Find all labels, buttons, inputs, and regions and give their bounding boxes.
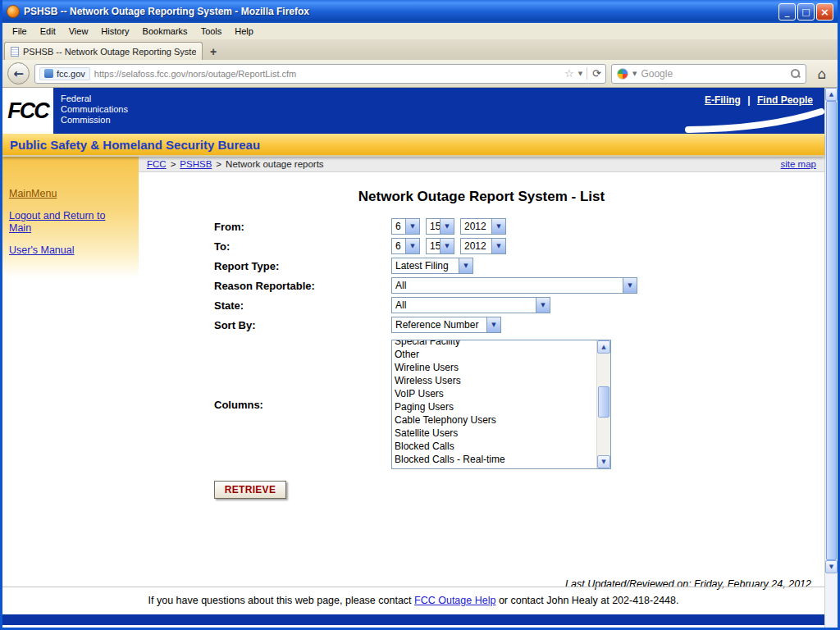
chevron-down-icon[interactable]: ▼ [440,239,454,253]
site-identity-chip[interactable]: fcc.gov [39,67,90,80]
menu-tools[interactable]: Tools [194,24,229,39]
state-select[interactable]: All ▼ [391,297,550,313]
browser-scrollbar[interactable]: ▲ ▼ [824,88,838,628]
bookmark-star-icon[interactable]: ☆ [564,67,574,80]
select-value: All [392,278,623,293]
web-page: FCC Federal Communications Commission E-… [2,88,824,628]
footer-text: If you have questions about this web pag… [148,595,415,606]
from-year-select[interactable]: 2012 ▼ [460,218,506,235]
search-box[interactable]: ▼ Google [611,64,806,84]
reason-reportable-select[interactable]: All ▼ [391,277,637,294]
fcc-outage-help-link[interactable]: FCC Outage Help [414,595,495,606]
listbox-option[interactable]: Cable Telephony Users [395,413,596,427]
google-icon [617,68,628,80]
search-icon[interactable] [790,68,801,79]
close-button[interactable]: × [816,3,833,21]
scrollbar-down-icon[interactable]: ▼ [825,560,838,573]
back-button[interactable]: ← [7,62,30,84]
sidebar-item-mainmenu[interactable]: MainMenu [9,188,129,200]
home-button[interactable]: ⌂ [811,66,833,82]
sort-by-label: Sort By: [139,319,391,331]
listbox-option[interactable]: Other [395,348,596,361]
browser-viewport: FCC Federal Communications Commission E-… [2,88,838,628]
reason-row: Reason Reportable: All ▼ [139,276,824,295]
chevron-down-icon[interactable]: ▼ [491,239,505,253]
listbox-option[interactable]: Wireless Users [395,374,596,387]
scroll-up-icon[interactable]: ▲ [597,340,610,354]
url-dropdown-icon[interactable]: ▼ [578,71,582,77]
footer-text: or contact John Healy at 202-418-2448. [495,595,678,606]
chevron-down-icon[interactable]: ▼ [440,219,454,234]
minimize-button[interactable]: _ [778,3,796,21]
chevron-down-icon[interactable]: ▼ [536,298,550,313]
sidebar-item-users-manual[interactable]: User's Manual [9,244,129,257]
to-month-select[interactable]: 6 ▼ [391,238,420,254]
select-value: Reference Number [392,317,486,332]
chevron-down-icon[interactable]: ▼ [486,317,500,332]
report-type-row: Report Type: Latest Filing ▼ [139,256,824,276]
site-identity-label: fcc.gov [57,69,85,79]
site-icon [44,69,53,78]
chevron-down-icon[interactable]: ▼ [459,258,472,273]
columns-listbox[interactable]: Special Facility Other Wireline Users Wi… [391,340,611,469]
menu-bookmarks[interactable]: Bookmarks [136,24,194,39]
to-year-select[interactable]: 2012 ▼ [460,238,506,254]
breadcrumb-pshsb[interactable]: PSHSB [180,159,212,169]
menu-edit[interactable]: Edit [34,24,62,39]
scrollbar-thumb[interactable] [826,101,837,560]
scrollbar-up-icon[interactable]: ▲ [825,88,838,101]
sort-by-select[interactable]: Reference Number ▼ [391,317,501,333]
listbox-scrollbar-thumb[interactable] [598,386,609,418]
page-footer: If you have questions about this web pag… [2,587,824,614]
find-people-link[interactable]: Find People [757,94,813,106]
chevron-down-icon[interactable]: ▼ [405,219,419,234]
site-map-link[interactable]: site map [781,159,816,169]
listbox-option[interactable]: Paging Users [395,400,596,413]
reload-icon[interactable]: ⟳ [587,67,601,80]
listbox-option[interactable]: Blocked Calls - Real-time [395,453,596,466]
org-line: Communications [61,104,128,115]
listbox-option[interactable]: Satellite Users [395,427,596,440]
fcc-logo[interactable]: FCC [2,88,53,134]
fcc-header: FCC Federal Communications Commission E-… [2,88,824,134]
menu-view[interactable]: View [62,24,95,39]
search-input[interactable]: Google [641,68,786,80]
bureau-bar: Public Safety & Homeland Security Bureau [2,134,824,157]
listbox-option[interactable]: Blocked Calls [395,440,596,453]
tab-pshsb[interactable]: PSHSB -- Network Outage Reporting System [4,42,203,60]
retrieve-button[interactable]: RETRIEVE [214,481,286,499]
from-month-select[interactable]: 6 ▼ [391,218,420,235]
listbox-option[interactable]: VoIP Users [395,387,596,400]
listbox-option[interactable]: Special Facility [395,340,596,348]
scroll-down-icon[interactable]: ▼ [597,455,610,468]
to-day-select[interactable]: 15 ▼ [426,238,454,254]
menu-help[interactable]: Help [228,24,260,39]
efiling-link[interactable]: E-Filing [705,94,741,106]
menu-history[interactable]: History [94,24,135,39]
report-type-select[interactable]: Latest Filing ▼ [391,258,473,274]
new-tab-button[interactable]: + [203,43,224,60]
listbox-scrollbar[interactable]: ▲ ▼ [596,340,610,468]
listbox-option[interactable]: Blocked Calls - Historic [395,466,596,468]
maximize-button[interactable]: □ [797,3,815,21]
chevron-down-icon[interactable]: ▼ [491,219,505,234]
from-day-select[interactable]: 15 ▼ [426,218,454,235]
main-area: FCC > PSHSB > Network outage reports sit… [139,157,824,499]
chevron-down-icon[interactable]: ▼ [623,278,637,293]
header-links: E-Filing | Find People [705,94,813,106]
breadcrumb-separator: > [171,159,176,169]
url-bar[interactable]: fcc.gov https://selafoss.fcc.gov/nors/ou… [34,64,606,84]
chevron-down-icon[interactable]: ▼ [405,239,419,253]
link-separator: | [747,94,750,106]
sidebar-item-logout[interactable]: Logout and Return to Main [9,210,129,235]
listbox-option[interactable]: Wireline Users [395,361,596,374]
page-content: MainMenu Logout and Return to Main User'… [2,157,824,614]
url-text[interactable]: https://selafoss.fcc.gov/nors/outage/Rep… [94,69,560,79]
menu-file[interactable]: File [6,24,34,39]
search-engine-dropdown-icon[interactable]: ▼ [632,71,637,77]
titlebar[interactable]: PSHSB -- Network Outage Reporting System… [2,0,838,23]
breadcrumb-fcc[interactable]: FCC [147,159,167,169]
state-label: State: [139,299,391,312]
window-controls: _ □ × [778,3,833,21]
select-value: All [392,298,536,313]
